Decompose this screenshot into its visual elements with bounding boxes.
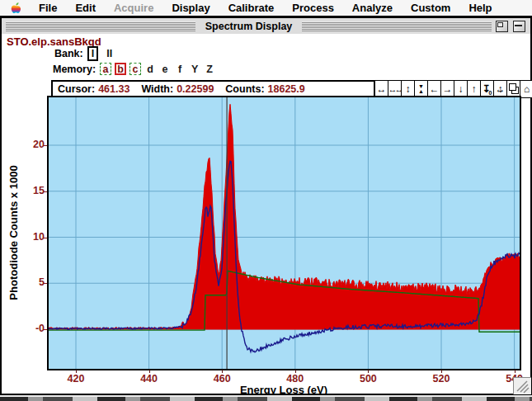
menu-edit[interactable]: Edit — [66, 0, 105, 16]
memory-label: Memory: — [53, 64, 96, 75]
window-title: Spectrum Display — [200, 21, 299, 32]
collapse-box-icon — [515, 25, 522, 26]
x-tick-label: 440 — [140, 373, 158, 384]
window-content: STO.elp.sansBkgd Bank: I II Memory: abcd… — [2, 34, 530, 394]
home-view-icon[interactable]: ⌂ — [520, 80, 532, 98]
memory-slot-e[interactable]: e — [159, 63, 171, 75]
y-tick-label: 5 — [18, 276, 45, 288]
x-tick-label: 480 — [286, 373, 304, 384]
x-tick-mark — [368, 370, 369, 373]
y-tick-label: 20 — [18, 139, 45, 150]
counts-label: Counts: — [225, 83, 264, 95]
bank-label: Bank: — [54, 48, 83, 59]
x-tick-label: 520 — [433, 373, 450, 384]
y-tick-mark — [43, 238, 47, 238]
series-spectrum — [49, 104, 520, 329]
menu-process[interactable]: Process — [283, 0, 343, 16]
x-tick-mark — [295, 370, 296, 373]
x-tick-label: 460 — [214, 373, 231, 384]
width-value: 0.22599 — [177, 83, 214, 95]
x-tick-mark — [441, 370, 442, 373]
bank-row: Bank: I II — [54, 46, 120, 61]
memory-slot-Y[interactable]: Y — [189, 63, 200, 75]
y-tick-mark — [43, 191, 47, 192]
screen: File Edit Acquire Display Calibrate Proc… — [0, 0, 532, 401]
x-axis-title: Energy Loss (eV) — [240, 384, 327, 396]
menu-analyze[interactable]: Analyze — [343, 0, 402, 16]
x-tick-mark — [76, 370, 77, 373]
menu-calibrate[interactable]: Calibrate — [219, 0, 284, 16]
y-tick-label: -0 — [18, 323, 45, 334]
x-tick-mark — [222, 370, 223, 373]
y-tick-mark — [43, 329, 47, 330]
menu-bar: File Edit Acquire Display Calibrate Proc… — [0, 0, 532, 17]
collapse-box-button[interactable] — [513, 21, 525, 32]
memory-slot-c[interactable]: c — [129, 63, 141, 75]
bank-option-I[interactable]: I — [87, 46, 98, 61]
y-tick-label: 15 — [18, 185, 45, 196]
menu-file[interactable]: File — [30, 0, 66, 16]
spectrum-plot-area[interactable] — [47, 96, 521, 370]
x-tick-label: 500 — [360, 373, 377, 384]
memory-slot-d[interactable]: d — [144, 63, 156, 75]
zoom-box-icon — [497, 22, 503, 27]
memory-slot-Z[interactable]: Z — [204, 63, 215, 75]
width-label: Width: — [141, 83, 173, 95]
menu-help[interactable]: Help — [459, 0, 501, 16]
x-tick-label: 420 — [68, 373, 85, 384]
cursor-label: Cursor: — [58, 83, 95, 95]
window-title-bar[interactable]: Spectrum Display — [2, 18, 530, 35]
menu-acquire: Acquire — [105, 0, 162, 16]
memory-slot-f[interactable]: f — [174, 63, 186, 75]
resize-grip[interactable] — [513, 377, 531, 394]
titlebar-stripes-left — [6, 21, 195, 31]
cursor-value: 461.33 — [98, 83, 129, 95]
counts-value: 18625.9 — [268, 83, 305, 95]
y-tick-mark — [43, 283, 47, 284]
apple-menu-icon[interactable] — [10, 2, 21, 14]
spectrum-display-window: Spectrum Display STO.elp.sansBkgd Bank: … — [0, 17, 532, 395]
background-window-sliver — [0, 395, 532, 401]
x-tick-mark — [515, 370, 516, 373]
y-tick-mark — [43, 145, 47, 146]
memory-slot-a[interactable]: a — [100, 63, 111, 75]
menu-custom[interactable]: Custom — [402, 0, 459, 16]
zoom-box-button[interactable] — [496, 21, 508, 32]
x-tick-mark — [149, 370, 150, 373]
titlebar-stripes-right — [302, 21, 492, 31]
bank-option-II[interactable]: II — [104, 48, 115, 59]
memory-row: Memory: abcdefYZ — [53, 62, 219, 76]
memory-slot-b[interactable]: b — [115, 63, 126, 75]
menu-display[interactable]: Display — [162, 0, 219, 16]
y-tick-label: 10 — [18, 231, 45, 243]
